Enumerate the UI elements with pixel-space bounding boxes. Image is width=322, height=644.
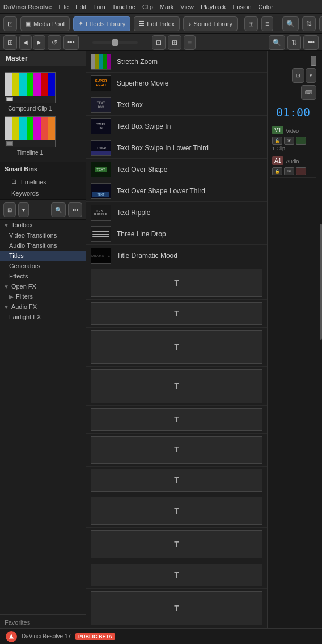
v1-lock-btn[interactable]: 🔒 xyxy=(272,137,282,145)
more-small-btn[interactable]: ••• xyxy=(303,35,319,50)
video-transitions-item[interactable]: Video Transitions xyxy=(0,230,86,240)
effect-row-text-box[interactable]: TEXTBOX Text Box xyxy=(86,94,267,116)
effect-row-v16-shelf[interactable]: T v16/3D Lower 3rd Shelf xyxy=(86,467,267,494)
thumb-superhero: SUPERHERO xyxy=(91,75,111,91)
menu-file[interactable]: File xyxy=(58,3,69,10)
nav-back-btn[interactable]: ◀ xyxy=(19,35,32,50)
effect-row-text-box-swipe-lower[interactable]: LOWER Text Box Swipe In Lower Third xyxy=(86,137,267,159)
menu-playback[interactable]: Playback xyxy=(201,3,226,10)
titles-item[interactable]: Titles xyxy=(0,251,86,261)
menu-view[interactable]: View xyxy=(180,3,194,10)
v1-clip-count: 1 Clip xyxy=(272,146,314,151)
thumb-v16-shelf: T xyxy=(91,469,262,492)
effect-row-v16-plane-behind[interactable]: T v16/3D Lower 3rd Plane Behind Sl... xyxy=(86,328,267,367)
open-fx-item[interactable]: ▼ Open FX xyxy=(0,281,86,291)
effect-row-text-box-swipe-in[interactable]: SWIPEIN Text Box Swipe In xyxy=(86,116,267,137)
effects-panel: ⊞ ▾ 🔍 ••• ▼ Toolbox Video Transitions Au… xyxy=(0,199,86,628)
media-pool-area: Compound Clip 1 xyxy=(0,66,86,162)
grid-view-btn[interactable]: ⊞ xyxy=(244,16,258,31)
toolbox-item[interactable]: ▼ Toolbox xyxy=(0,220,86,230)
menu-color[interactable]: Color xyxy=(259,3,273,10)
thumb-three-line-drop xyxy=(91,226,111,242)
menu-mark[interactable]: Mark xyxy=(160,3,173,10)
filters-item[interactable]: ▶ Filters xyxy=(0,291,86,302)
effect-row-v16-plane-slide[interactable]: T v16/3D Lower 3rd Plane Slide In xyxy=(86,367,267,406)
refresh-btn[interactable]: ↺ xyxy=(48,35,61,50)
menu-davinci[interactable]: DaVinci Resolve xyxy=(3,3,52,10)
nav-forward-btn[interactable]: ▶ xyxy=(33,35,45,50)
menu-fusion[interactable]: Fusion xyxy=(233,3,252,10)
monitor-icon[interactable]: ⊡ xyxy=(3,16,17,31)
sidebar-item-keywords[interactable]: Keywords xyxy=(0,188,86,199)
effects-list-panel: Stretch Zoom SUPERHERO Superhero Movie T… xyxy=(86,51,268,628)
effect-row-v16-multiplane[interactable]: T v16/3D Lower 3rd Multiplane Bac... xyxy=(86,300,267,328)
favorites-section: Favorites xyxy=(0,614,86,628)
fairlight-fx-item[interactable]: Fairlight FX xyxy=(0,312,86,322)
view-mode-2-btn[interactable]: ⊞ xyxy=(168,35,181,50)
media-pool-tab[interactable]: ▣ Media Pool xyxy=(20,16,70,31)
effect-row-v16-flip-2line[interactable]: T v16/3D Lower 3rd Flipping 2Line xyxy=(86,266,267,300)
effects-library-tab[interactable]: ✦ Effects Library xyxy=(73,16,130,31)
effect-row-stretch-zoom[interactable]: Stretch Zoom xyxy=(86,51,267,73)
thumb-v16-backlit-rise: T xyxy=(91,564,262,586)
effect-row-superhero[interactable]: SUPERHERO Superhero Movie xyxy=(86,73,267,94)
sidebar-item-timelines[interactable]: ⊡ Timelines xyxy=(0,176,86,188)
scrollbar[interactable] xyxy=(319,51,322,628)
effect-row-text-over-shape-lower[interactable]: TEXT Text Over Shape Lower Third xyxy=(86,180,267,202)
effect-row-v16-text-in-tube[interactable]: T v16/3D Lower 3rd Text In Tube xyxy=(86,528,267,561)
effects-item[interactable]: Effects xyxy=(0,271,86,281)
effect-row-three-line-drop[interactable]: Three Line Drop xyxy=(86,223,267,245)
search-btn[interactable]: 🔍 xyxy=(282,16,299,31)
effects-icon: ✦ xyxy=(78,20,83,27)
effect-row-title-dramatic[interactable]: DRAMATIC Title Dramatic Mood xyxy=(86,245,267,266)
v1-color-btn[interactable] xyxy=(296,137,306,145)
view-mode-1-btn[interactable]: ⊡ xyxy=(152,35,166,50)
edit-index-tab[interactable]: ☰ Edit Index xyxy=(134,16,180,31)
thumb-text-ripple: TEXTRIPPLE xyxy=(91,205,111,221)
audio-fx-item[interactable]: ▼ Audio FX xyxy=(0,302,86,312)
view-mode-3-btn[interactable]: ≡ xyxy=(184,35,196,50)
options-btn[interactable]: ••• xyxy=(63,35,79,50)
effect-row-text-ripple[interactable]: TEXTRIPPLE Text Ripple xyxy=(86,202,267,223)
effect-row-v16-rotating-plane[interactable]: T v16/3D Lower 3rd Rotating Plane ... xyxy=(86,434,267,467)
smart-bins-label: Smart Bins xyxy=(5,166,37,172)
keyboard-icon-btn[interactable]: ⌨ xyxy=(301,85,316,100)
a1-eye-btn[interactable]: 👁 xyxy=(284,167,294,175)
search-small-btn[interactable]: 🔍 xyxy=(269,35,285,50)
monitor-small-btn[interactable]: ⊡ xyxy=(292,68,304,83)
a1-lock-btn[interactable]: 🔒 xyxy=(272,167,282,175)
effect-row-v16-sliding-block[interactable]: T v16/3D Lower 3rd Sliding Block xyxy=(86,494,267,528)
more-effects-btn[interactable]: ••• xyxy=(68,202,82,217)
sort-small-btn[interactable]: ⇅ xyxy=(287,35,301,50)
thumb-text-box-swipe-in: SWIPEIN xyxy=(91,118,111,134)
generators-item[interactable]: Generators xyxy=(0,261,86,271)
panel-down-btn[interactable]: ▾ xyxy=(18,202,29,217)
menu-edit[interactable]: Edit xyxy=(75,3,86,10)
effect-row-text-over-shape[interactable]: TEXT Text Over Shape xyxy=(86,159,267,180)
clip-item-timeline[interactable]: Timeline 1 xyxy=(5,116,56,156)
sort-btn[interactable]: ⇅ xyxy=(302,16,316,31)
panel-layout-btn[interactable]: ⊞ xyxy=(3,202,16,217)
more-options-btn[interactable]: ••• xyxy=(319,16,322,31)
a1-color-btn[interactable] xyxy=(296,167,306,175)
monitor-down-btn[interactable]: ▾ xyxy=(306,68,316,83)
menu-trim[interactable]: Trim xyxy=(93,3,105,10)
audio-transitions-item[interactable]: Audio Transitions xyxy=(0,240,86,251)
a1-track-area: A1 Audio 🔒 👁 xyxy=(270,154,316,178)
public-beta-badge: PUBLIC BETA xyxy=(75,633,115,640)
scrollbar-thumb[interactable] xyxy=(320,224,322,340)
effect-row-v16-big-small[interactable]: T v16/3D Title Big And Small Text xyxy=(86,589,267,628)
menu-clip[interactable]: Clip xyxy=(142,3,153,10)
sound-library-tab[interactable]: ♪ Sound Library xyxy=(183,16,238,31)
menu-bar: DaVinci Resolve File Edit Trim Timeline … xyxy=(0,0,322,14)
timeline-thumbnail xyxy=(5,116,56,147)
menu-timeline[interactable]: Timeline xyxy=(112,3,135,10)
status-bar: DaVinci Resolve 17 PUBLIC BETA xyxy=(0,628,322,644)
effect-row-v16-backlit-rise[interactable]: T v16/3D Title Backlit Rise xyxy=(86,561,267,589)
effect-row-v16-planes-rotating[interactable]: T v16/3D Lower 3rd Planes Rotating... xyxy=(86,406,267,434)
v1-eye-btn[interactable]: 👁 xyxy=(284,137,294,145)
search-effects-btn[interactable]: 🔍 xyxy=(51,202,66,217)
list-view-btn[interactable]: ≡ xyxy=(261,16,273,31)
clip-item-compound[interactable]: Compound Clip 1 xyxy=(5,72,56,112)
panel-toggle-btn[interactable]: ⊞ xyxy=(3,35,17,50)
